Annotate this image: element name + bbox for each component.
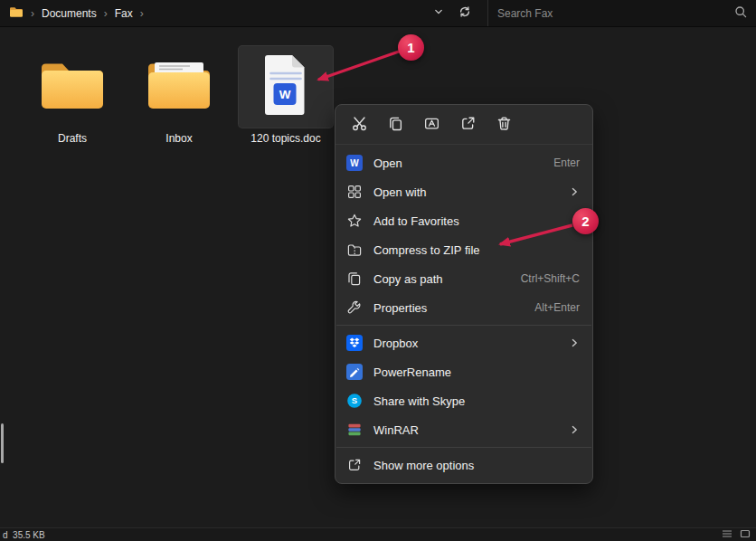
menu-item-label: Dropbox [373,337,569,350]
skype-icon: S [346,393,363,409]
menu-divider [336,325,591,326]
thumbnail-view-icon[interactable] [740,528,751,541]
menu-item-label: Open with [373,185,569,199]
menu-item-label: Copy as path [373,272,521,286]
chevron-down-icon [433,6,444,20]
address-actions [433,5,471,21]
menu-divider [336,447,591,448]
breadcrumb-chevron-icon[interactable]: › [140,8,144,19]
copy-path-icon [346,270,363,287]
menu-item-copy-as-path[interactable]: Copy as path Ctrl+Shift+C [339,264,589,293]
status-text: d 35.5 KB [3,530,45,540]
menu-item-add-to-favorites[interactable]: Add to Favorites [339,206,589,235]
file-label: Inbox [165,132,192,145]
file-tile-drafts[interactable]: Drafts [24,46,121,145]
menu-item-label: Add to Favorites [373,214,580,228]
menu-item-label: Compress to ZIP file [373,243,580,257]
menu-item-shortcut: Alt+Enter [534,301,580,314]
menu-item-share-with-skype[interactable]: S Share with Skype [339,386,589,415]
menu-item-label: Show more options [373,459,580,472]
chevron-right-icon [569,424,580,435]
word-document-icon: W [261,53,310,120]
menu-item-dropbox[interactable]: Dropbox [339,328,589,357]
word-icon: W [346,155,363,171]
dropbox-icon [346,335,363,351]
file-label: 120 topics.doc [250,132,320,145]
menu-item-shortcut: Ctrl+Shift+C [521,272,580,285]
menu-item-winrar[interactable]: WinRAR [339,415,589,444]
cut-icon [351,115,368,135]
address-toolbar: › Documents › Fax › [0,0,756,27]
file-tiles: Drafts Inbox [24,46,344,145]
delete-button[interactable] [487,110,520,139]
details-view-icon[interactable] [722,528,732,541]
menu-item-label: Properties [373,301,534,315]
share-button[interactable] [451,110,484,139]
delete-icon [496,115,513,135]
menu-item-powerrename[interactable]: PowerRename [339,357,589,386]
powerrename-icon [346,364,363,380]
breadcrumb-chevron-icon[interactable]: › [31,8,34,19]
address-bar[interactable]: › Documents › Fax › [0,0,488,26]
rename-button[interactable] [415,110,448,139]
menu-item-label: Share with Skype [373,394,580,408]
winrar-icon [346,422,363,438]
star-icon [346,213,363,229]
zip-icon [346,242,363,258]
breadcrumb-item-fax[interactable]: Fax [115,7,133,20]
file-explorer-window: › Documents › Fax › [0,0,756,541]
file-tile-120-topics-doc[interactable]: W 120 topics.doc [237,46,335,145]
file-label: Drafts [58,132,87,145]
scrollbar-thumb[interactable] [1,423,4,463]
quick-actions-bar [335,105,592,145]
menu-item-label: Open [373,157,553,170]
svg-text:W: W [279,88,291,101]
refresh-icon [458,5,471,21]
menu-item-label: PowerRename [373,365,580,379]
chevron-right-icon [569,337,580,348]
share-icon [459,115,477,135]
menu-item-properties[interactable]: Properties Alt+Enter [339,293,589,322]
status-bar: d 35.5 KB [0,527,756,541]
search-icon [734,5,747,22]
menu-item-compress-to-zip[interactable]: Compress to ZIP file [339,235,589,264]
breadcrumb-item-documents[interactable]: Documents [42,7,97,20]
menu-item-show-more-options[interactable]: Show more options [339,451,589,479]
folder-icon [9,5,24,21]
breadcrumb: › Documents › Fax › [9,5,144,21]
file-tile-inbox[interactable]: Inbox [130,46,228,145]
svg-text:W: W [350,158,359,168]
properties-icon [346,299,363,316]
chevron-right-icon [569,186,580,197]
open-with-icon [346,184,363,200]
folder-icon [37,57,108,117]
context-menu: W Open Enter Open with Add to Favorites [335,104,593,484]
breadcrumb-chevron-icon[interactable]: › [104,8,108,19]
rename-icon [423,115,440,135]
folder-with-documents-icon [144,57,214,117]
search-input[interactable] [497,7,734,20]
svg-text:S: S [352,395,357,405]
menu-item-open[interactable]: W Open Enter [339,148,589,177]
menu-item-open-with[interactable]: Open with [339,177,589,206]
address-dropdown-button[interactable] [433,6,444,20]
show-more-icon [346,457,363,473]
menu-item-label: WinRAR [373,423,569,437]
cut-button[interactable] [343,110,375,139]
menu-item-shortcut: Enter [553,157,580,169]
copy-icon [387,115,404,135]
copy-button[interactable] [379,110,411,139]
refresh-button[interactable] [458,5,471,21]
search-box [488,0,756,26]
context-menu-items: W Open Enter Open with Add to Favorites [335,145,592,479]
